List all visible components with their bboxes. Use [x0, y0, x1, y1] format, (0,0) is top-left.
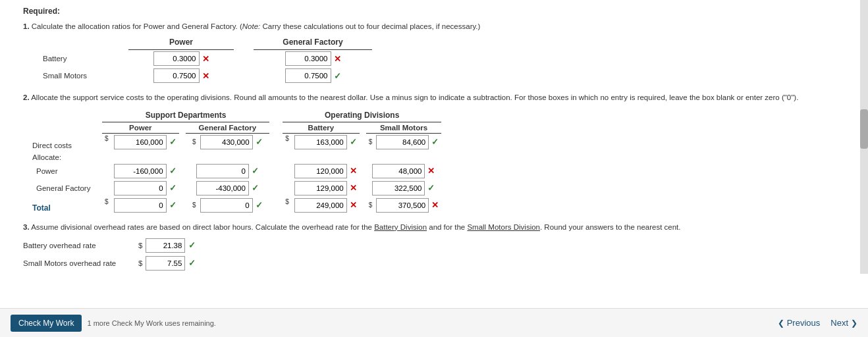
battery-rate-check-icon: ✓	[188, 240, 196, 250]
dc-power-check-icon: ✓	[169, 137, 176, 147]
allocate-label-row: Allocate:	[30, 151, 441, 163]
q3-text: 3. Assume divisional overhead rates are …	[23, 222, 855, 233]
total-sm-input[interactable]	[376, 198, 429, 213]
q1-gf-header: General Factory	[254, 38, 372, 50]
q2-num: 2.	[23, 93, 30, 101]
agf-power-cell: ✓	[111, 180, 179, 197]
total-sm-cell: $ ✕	[366, 197, 442, 214]
dc-battery-check-icon: ✓	[350, 137, 357, 147]
dc-battery-dollar: $	[283, 133, 292, 151]
dc-gf-input[interactable]	[200, 135, 253, 149]
remaining-text: 1 more Check My Work uses remaining.	[87, 319, 215, 327]
agf-sm-check-icon: ✓	[427, 183, 435, 193]
total-row: Total $ ✓ $	[30, 197, 441, 214]
ap-battery-input[interactable]	[294, 164, 347, 178]
ap-gf-check-icon: ✓	[252, 166, 259, 176]
allocate-gf-label: General Factory	[30, 180, 102, 197]
q1-battery-power-cell: 0.3000 ✕	[128, 50, 234, 68]
total-power-cell: ✓	[111, 197, 179, 214]
agf-sm-input[interactable]	[372, 181, 425, 195]
agf-power-check-icon: ✓	[169, 183, 176, 193]
next-label: Next	[830, 318, 848, 328]
battery-rate-input[interactable]	[146, 238, 185, 253]
q1-smallmotors-power-input[interactable]: 0.7500	[153, 68, 200, 83]
total-label: Total	[32, 203, 51, 213]
total-battery-dollar: $	[283, 197, 292, 214]
allocate-gf-row: General Factory ✓ ✓	[30, 180, 441, 197]
dc-gf-cell: $ ✓	[186, 133, 270, 151]
q2-table: Support Departments Operating Divisions …	[30, 109, 441, 214]
battery-rate-row: Battery overhead rate $ ✓	[23, 238, 855, 253]
nav-buttons: Previous Next	[778, 318, 857, 328]
dc-gf-check-icon: ✓	[256, 137, 263, 147]
q1-smallmotors-gf-cell: 0.7500 ✓	[254, 67, 372, 84]
agf-power-input[interactable]	[114, 181, 167, 195]
allocate-power-label: Power	[30, 163, 102, 180]
dc-power-input[interactable]	[114, 135, 167, 149]
total-power-input[interactable]	[114, 198, 167, 213]
agf-gf-check-icon: ✓	[252, 183, 259, 193]
sm-rate-input[interactable]	[146, 256, 185, 271]
required-label: Required:	[23, 7, 855, 16]
next-button[interactable]: Next	[830, 318, 857, 328]
q1-battery-label: Battery	[43, 50, 128, 68]
previous-button[interactable]: Previous	[778, 318, 821, 328]
scrollbar-thumb[interactable]	[860, 109, 868, 149]
agf-battery-input[interactable]	[294, 181, 347, 195]
battery-rate-label: Battery overhead rate	[23, 242, 135, 249]
sm-rate-label: Small Motors overhead rate	[23, 259, 135, 267]
agf-gf-input[interactable]	[196, 181, 249, 195]
footer: Check My Work 1 more Check My Work uses …	[0, 308, 868, 337]
q1-text: 1. Calculate the allocation ratios for P…	[23, 21, 855, 32]
q1-smallmotors-label: Small Motors	[43, 67, 128, 84]
chevron-right-icon	[851, 318, 857, 328]
q1-smallmotors-gf-check-icon: ✓	[334, 71, 341, 81]
q1-smallmotors-gf-input[interactable]: 0.7500	[285, 68, 331, 83]
check-my-work-button[interactable]: Check My Work	[11, 315, 82, 332]
q1-num: 1.	[23, 22, 30, 30]
question-2-block: 2. Allocate the support service costs to…	[23, 92, 855, 213]
dc-battery-input[interactable]	[294, 135, 347, 149]
agf-gf-cell: ✓	[186, 180, 270, 197]
total-power-check-icon: ✓	[169, 200, 176, 210]
col-battery-header: Battery	[283, 122, 360, 133]
operating-div-header: Operating Divisions	[283, 109, 441, 122]
col-smallmotors-header: Small Motors	[366, 122, 442, 133]
q3-num: 3.	[23, 223, 30, 231]
ap-battery-x-icon: ✕	[350, 166, 357, 176]
total-gf-check-icon: ✓	[256, 200, 263, 210]
agf-battery-cell: ✕	[292, 180, 360, 197]
total-gf-input[interactable]	[200, 198, 253, 213]
dc-power-dollar: $	[102, 133, 111, 151]
chevron-left-icon	[778, 318, 784, 328]
allocate-power-row: Power ✓ ✓	[30, 163, 441, 180]
total-gf-cell: $ ✓	[186, 197, 270, 214]
ap-battery-cell: ✕	[292, 163, 360, 180]
q1-battery-gf-input[interactable]: 0.3000	[285, 51, 331, 66]
q1-power-header: Power	[128, 38, 234, 50]
total-battery-input[interactable]	[294, 198, 347, 213]
total-battery-cell: ✕	[292, 197, 360, 214]
sm-rate-dollar: $	[138, 259, 142, 267]
ap-gf-input[interactable]	[196, 164, 249, 178]
total-gf-dollar: $	[192, 201, 196, 209]
agf-sm-cell: ✓	[366, 180, 442, 197]
total-sm-dollar: $	[369, 201, 373, 209]
q1-battery-gf-cell: 0.3000 ✕	[254, 50, 372, 68]
previous-label: Previous	[787, 318, 821, 328]
ap-gf-cell: ✓	[186, 163, 270, 180]
q1-smallmotors-power-cell: 0.7500 ✕	[128, 67, 234, 84]
col-gf-header: General Factory	[186, 122, 270, 133]
q1-battery-power-input[interactable]: 0.3000	[153, 51, 200, 66]
col-power-header: Power	[102, 122, 179, 133]
dc-sm-dollar: $	[369, 138, 373, 145]
dc-sm-input[interactable]	[376, 135, 429, 149]
dc-power-cell: ✓	[111, 133, 179, 151]
ap-power-input[interactable]	[114, 164, 167, 178]
sm-rate-row: Small Motors overhead rate $ ✓	[23, 256, 855, 271]
question-1-block: 1. Calculate the allocation ratios for P…	[23, 21, 855, 84]
footer-left: Check My Work 1 more Check My Work uses …	[11, 315, 216, 332]
ap-sm-input[interactable]	[372, 164, 425, 178]
allocate-label: Allocate:	[30, 151, 102, 163]
scrollbar-track[interactable]	[860, 0, 868, 274]
